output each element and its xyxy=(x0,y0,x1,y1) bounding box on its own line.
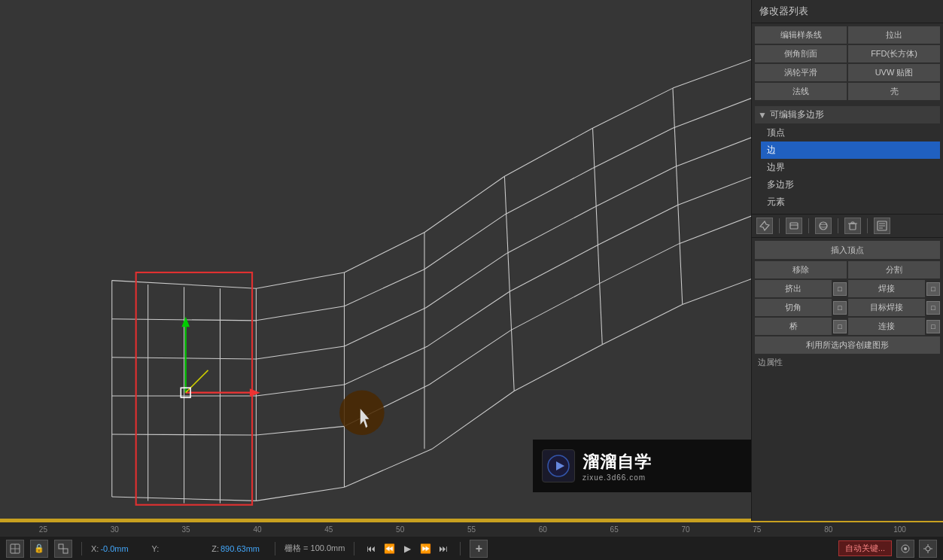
tl-50: 50 xyxy=(364,525,436,534)
create-shape-btn[interactable]: 利用所选内容创建图形 xyxy=(755,336,940,354)
connect-btn[interactable]: 连接 xyxy=(848,318,925,335)
tl-30: 30 xyxy=(79,525,151,534)
weld-settings-btn[interactable]: □ xyxy=(926,282,940,296)
btn-ffd[interactable]: FFD(长方体) xyxy=(848,45,940,62)
svg-point-83 xyxy=(904,547,907,550)
status-bottom: 🔒 X: -0.0mm Y: Z: 890.63mm 栅格 = 100.0mm xyxy=(0,537,943,560)
go-start-btn[interactable]: ⏮ xyxy=(364,541,379,556)
ops-section: 插入顶点 移除 分割 挤出 □ 焊接 □ 切角 □ 目标焊接 □ xyxy=(752,238,943,521)
y-label: Y: xyxy=(151,544,159,553)
modifier-grid: 编辑样条线 拉出 倒角剖面 FFD(长方体) 涡轮平滑 UVW 贴图 法线 壳 xyxy=(752,23,943,103)
pin-icon-btn[interactable] xyxy=(756,218,773,234)
poly-section: ▼ 可编辑多边形 顶点 边 边界 多边形 元素 xyxy=(752,103,943,214)
btn-chamfer[interactable]: 倒角剖面 xyxy=(755,45,847,62)
btn-uvw[interactable]: UVW 贴图 xyxy=(848,64,940,81)
cylinder-icon-btn[interactable] xyxy=(786,218,802,234)
poly-item-vertex[interactable]: 顶点 xyxy=(761,124,940,142)
svg-point-69 xyxy=(820,224,827,227)
svg-rect-72 xyxy=(851,222,854,224)
z-value: 890.63mm xyxy=(221,544,266,553)
icon-sep-1 xyxy=(779,218,780,233)
viewport-icon-btn[interactable] xyxy=(6,540,24,558)
chamfer-settings-btn[interactable]: □ xyxy=(833,301,847,315)
watermark-text: 溜溜自学 zixue.3d66.com xyxy=(583,451,652,482)
btn-turbosmooth[interactable]: 涡轮平滑 xyxy=(755,64,847,81)
remove-btn[interactable]: 移除 xyxy=(755,261,847,278)
status-div-1 xyxy=(81,542,82,555)
status-div-4 xyxy=(460,542,461,555)
target-weld-settings-btn[interactable]: □ xyxy=(926,301,940,315)
icon-sep-2 xyxy=(808,218,809,233)
tl-80: 80 xyxy=(792,525,864,534)
poly-header-label: 可编辑多边形 xyxy=(770,108,824,121)
btn-extrude[interactable]: 拉出 xyxy=(848,26,940,44)
viewport[interactable]: 溜溜自学 zixue.3d66.com xyxy=(0,0,751,521)
top-area: 溜溜自学 zixue.3d66.com 修改器列表 编辑样条线 拉出 倒角剖面 … xyxy=(0,0,943,521)
next-frame-btn[interactable]: ⏩ xyxy=(418,541,433,556)
weld-btn[interactable]: 焊接 xyxy=(848,280,925,297)
sphere-icon-btn[interactable] xyxy=(815,218,832,234)
connect-settings-btn[interactable]: □ xyxy=(926,320,940,333)
x-field: X: -0.0mm xyxy=(91,544,145,553)
edit-icon-btn[interactable] xyxy=(874,218,890,234)
right-panel: 修改器列表 编辑样条线 拉出 倒角剖面 FFD(长方体) 涡轮平滑 UVW 贴图… xyxy=(751,0,943,521)
chamfer-btn[interactable]: 切角 xyxy=(755,299,832,316)
icon-toolbar xyxy=(752,214,943,238)
tl-55: 55 xyxy=(436,525,507,534)
split-btn[interactable]: 分割 xyxy=(848,261,940,278)
poly-item-edge[interactable]: 边 xyxy=(761,142,940,159)
tl-60: 60 xyxy=(507,525,579,534)
x-label: X: xyxy=(91,544,99,553)
snap-icon-btn[interactable] xyxy=(54,540,72,558)
play-btn[interactable]: ▶ xyxy=(400,541,415,556)
tl-35: 35 xyxy=(151,525,222,534)
settings-icon-btn[interactable] xyxy=(919,540,937,558)
poly-sub-items: 顶点 边 边界 多边形 元素 xyxy=(761,124,940,211)
insert-vertex-btn[interactable]: 插入顶点 xyxy=(755,241,940,259)
status-bar: 25 30 35 40 45 50 55 60 65 70 75 80 100 … xyxy=(0,521,943,560)
timeline-numbers: 25 30 35 40 45 50 55 60 65 70 75 80 100 xyxy=(8,525,935,534)
svg-point-84 xyxy=(926,546,930,551)
panel-title: 修改器列表 xyxy=(759,5,808,17)
poly-item-border[interactable]: 边界 xyxy=(761,159,940,176)
tl-25: 25 xyxy=(8,525,79,534)
status-div-2 xyxy=(275,542,275,555)
svg-rect-80 xyxy=(59,544,63,549)
prev-frame-btn[interactable]: ⏪ xyxy=(382,541,397,556)
btn-shell[interactable]: 壳 xyxy=(848,83,940,100)
z-field: Z: 890.63mm xyxy=(211,544,266,553)
auto-key-btn[interactable]: 自动关键... xyxy=(838,540,892,556)
poly-item-element[interactable]: 元素 xyxy=(761,193,940,211)
panel-header: 修改器列表 xyxy=(752,0,943,23)
poly-item-polygon[interactable]: 多边形 xyxy=(761,176,940,193)
tl-40: 40 xyxy=(222,525,294,534)
bridge-btn[interactable]: 桥 xyxy=(755,318,832,335)
watermark-logo xyxy=(542,449,575,482)
status-div-3 xyxy=(354,542,354,555)
grid-info: 栅格 = 100.0mm xyxy=(284,543,345,554)
poly-arrow: ▼ xyxy=(758,110,767,120)
extrude-settings-btn[interactable]: □ xyxy=(833,282,847,296)
tl-70: 70 xyxy=(650,525,722,534)
tl-45: 45 xyxy=(293,525,364,534)
lock-icon-btn[interactable]: 🔒 xyxy=(30,540,48,558)
watermark-title: 溜溜自学 xyxy=(583,451,652,473)
poly-header: ▼ 可编辑多边形 xyxy=(755,106,940,123)
tl-75: 75 xyxy=(721,525,792,534)
x-value: -0.0mm xyxy=(100,544,145,553)
trash-icon-btn[interactable] xyxy=(844,218,861,234)
z-label: Z: xyxy=(211,544,219,553)
btn-normal[interactable]: 法线 xyxy=(755,83,847,100)
add-btn[interactable]: + xyxy=(470,540,488,558)
render-icon-btn[interactable] xyxy=(896,540,914,558)
btn-edit-spline[interactable]: 编辑样条线 xyxy=(755,26,847,44)
target-weld-btn[interactable]: 目标焊接 xyxy=(848,299,925,316)
extrude-btn[interactable]: 挤出 xyxy=(755,280,832,297)
tl-65: 65 xyxy=(579,525,650,534)
bridge-settings-btn[interactable]: □ xyxy=(833,320,847,333)
icon-sep-3 xyxy=(838,218,838,233)
status-right: 自动关键... xyxy=(838,540,937,558)
go-end-btn[interactable]: ⏭ xyxy=(436,541,451,556)
y-field: Y: xyxy=(151,544,205,553)
svg-rect-66 xyxy=(790,223,798,229)
